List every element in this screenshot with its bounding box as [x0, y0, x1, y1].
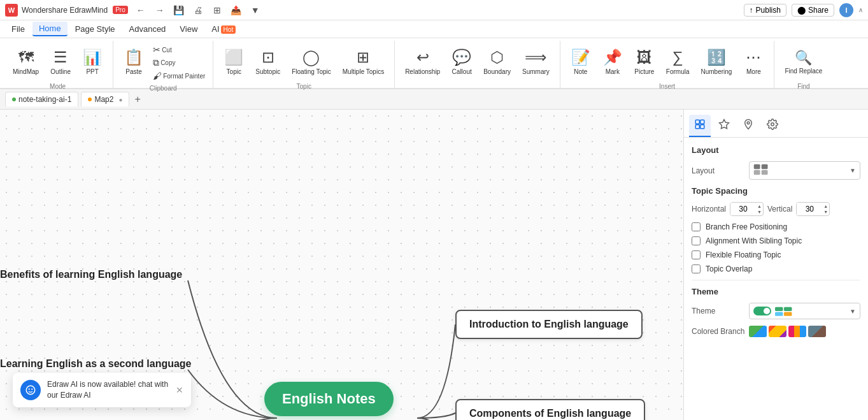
alignment-checkbox[interactable] — [692, 236, 701, 245]
canvas[interactable]: English Notes Benefits of learning Engli… — [0, 110, 683, 420]
svg-point-8 — [771, 123, 774, 126]
branch-swatch-3[interactable] — [788, 326, 806, 337]
callout-button[interactable]: 💬 Callout — [446, 43, 477, 80]
ribbon: 🗺 MindMap ☰ Outline 📊 PPT Mode 📋 Paste ✂ — [0, 38, 868, 89]
menu-page-style[interactable]: Page Style — [69, 22, 122, 36]
menu-ai[interactable]: AIHot — [205, 22, 242, 36]
flexible-floating-row: Flexible Floating Topic — [692, 250, 860, 259]
theme-toggle — [753, 307, 771, 315]
topic-icon: ⬜ — [224, 48, 243, 66]
tab-add-button[interactable]: + — [132, 94, 143, 105]
numbering-label: Numbering — [701, 68, 732, 75]
tab-map2[interactable]: Map2 ● — [81, 92, 129, 106]
formula-icon: ∑ — [672, 48, 683, 66]
panel-tab-style[interactable] — [713, 115, 735, 137]
subtopic-button[interactable]: ⊡ Subtopic — [250, 43, 285, 80]
save-button[interactable]: 💾 — [170, 3, 188, 17]
picture-button[interactable]: 🖼 Picture — [629, 43, 660, 80]
branch-node-intro[interactable]: Introduction to English language — [455, 310, 643, 339]
center-node[interactable]: English Notes — [264, 382, 394, 416]
horizontal-value-input[interactable] — [730, 203, 756, 215]
tab-note-taking[interactable]: note-taking-ai-1 — [5, 92, 78, 106]
branch-node-learning[interactable]: Learning English as a second language — [0, 358, 192, 370]
format-painter-button[interactable]: 🖌 Format Painter — [150, 69, 208, 82]
layout-label: Layout — [692, 166, 749, 175]
intro-label: Introduction to English language — [469, 319, 629, 330]
panel-tab-settings[interactable] — [762, 115, 783, 137]
svg-rect-16 — [784, 312, 792, 316]
mindmap-button[interactable]: 🗺 MindMap — [8, 43, 44, 80]
horizontal-label: Horizontal — [692, 205, 726, 214]
redo-button[interactable]: → — [151, 3, 169, 17]
tab-map2-label: Map2 — [94, 95, 113, 104]
more-insert-button[interactable]: ⋯ More — [738, 43, 769, 80]
collapse-chevron[interactable]: ∧ — [858, 6, 863, 13]
user-avatar[interactable]: I — [839, 3, 853, 17]
menu-home[interactable]: Home — [32, 22, 68, 36]
vertical-input[interactable]: ▲ ▼ — [796, 202, 830, 216]
mark-button[interactable]: 📌 Mark — [597, 43, 628, 80]
main-area: English Notes Benefits of learning Engli… — [0, 110, 868, 420]
publish-button[interactable]: ↑ Publish — [744, 4, 786, 17]
theme-select[interactable]: ▼ — [749, 303, 860, 319]
topic-button[interactable]: ⬜ Topic — [218, 43, 249, 80]
branch-swatch-1[interactable] — [749, 326, 767, 337]
colored-branch-row: Colored Branch — [692, 326, 860, 337]
vertical-up-spinner[interactable]: ▲ — [822, 203, 829, 209]
alignment-label: Alignment With Sibling Topic — [706, 236, 802, 245]
summary-button[interactable]: ⟹ Summary — [517, 43, 555, 80]
callout-icon: 💬 — [452, 48, 471, 66]
branch-swatch-2[interactable] — [769, 326, 786, 337]
menu-view[interactable]: View — [173, 22, 204, 36]
summary-label: Summary — [522, 68, 550, 75]
horizontal-down-spinner[interactable]: ▼ — [756, 209, 763, 215]
find-replace-button[interactable]: 🔍 Find Replace — [779, 43, 827, 80]
branch-free-checkbox[interactable] — [692, 222, 701, 231]
share-button[interactable]: ⬤ Share — [792, 4, 834, 17]
menu-advanced[interactable]: Advanced — [123, 22, 173, 36]
layout-dropdown[interactable]: ▼ — [749, 161, 860, 180]
horizontal-input[interactable]: ▲ ▼ — [730, 202, 764, 216]
paste-button[interactable]: 📋 Paste — [118, 43, 149, 80]
center-node-label: English Notes — [282, 391, 376, 407]
branch-node-components[interactable]: Components of English language — [455, 399, 645, 420]
theme-preview — [753, 305, 793, 317]
flexible-floating-checkbox[interactable] — [692, 250, 701, 259]
svg-point-1 — [29, 389, 30, 390]
mindmap-icon: 🗺 — [18, 48, 34, 66]
tab-green-dot — [12, 98, 16, 101]
layout-button[interactable]: ⊞ — [208, 3, 226, 17]
export-button[interactable]: 📤 — [227, 3, 245, 17]
find-replace-icon: 🔍 — [795, 50, 812, 66]
menu-file[interactable]: File — [5, 22, 31, 36]
tab-close-icon[interactable]: ● — [118, 96, 122, 103]
outline-label: Outline — [50, 68, 71, 75]
copy-button[interactable]: ⧉ Copy — [150, 56, 208, 69]
cut-button[interactable]: ✂ Cut — [150, 43, 208, 56]
undo-button[interactable]: ← — [132, 3, 150, 17]
boundary-button[interactable]: ⬡ Boundary — [478, 43, 516, 80]
vertical-down-spinner[interactable]: ▼ — [822, 209, 829, 215]
print-button[interactable]: 🖨 — [189, 3, 207, 17]
numbering-button[interactable]: 🔢 Numbering — [695, 43, 737, 80]
horizontal-up-spinner[interactable]: ▲ — [756, 203, 763, 209]
share-icon: ⬤ — [797, 6, 806, 15]
panel-tab-location[interactable] — [737, 115, 759, 137]
panel-tab-layout[interactable] — [689, 115, 711, 137]
ppt-button[interactable]: 📊 PPT — [77, 43, 108, 80]
clipboard-group-label: Clipboard — [118, 85, 208, 94]
floating-topic-button[interactable]: ◯ Floating Topic — [287, 43, 336, 80]
formula-button[interactable]: ∑ Formula — [661, 43, 695, 80]
more-button[interactable]: ▼ — [246, 3, 264, 17]
ai-tooltip-close[interactable]: ✕ — [176, 385, 183, 395]
topic-overlap-checkbox[interactable] — [692, 264, 701, 273]
branch-swatch-4[interactable] — [808, 326, 826, 337]
topic-spacing-title: Topic Spacing — [692, 186, 860, 196]
relationship-button[interactable]: ↩ Relationship — [400, 43, 445, 80]
summary-icon: ⟹ — [525, 48, 546, 66]
branch-node-benefits[interactable]: Benefits of learning English language — [0, 269, 182, 280]
multiple-topics-button[interactable]: ⊞ Multiple Topics — [338, 43, 389, 80]
vertical-value-input[interactable] — [797, 203, 822, 215]
outline-button[interactable]: ☰ Outline — [45, 43, 76, 80]
note-button[interactable]: 📝 Note — [566, 43, 596, 80]
